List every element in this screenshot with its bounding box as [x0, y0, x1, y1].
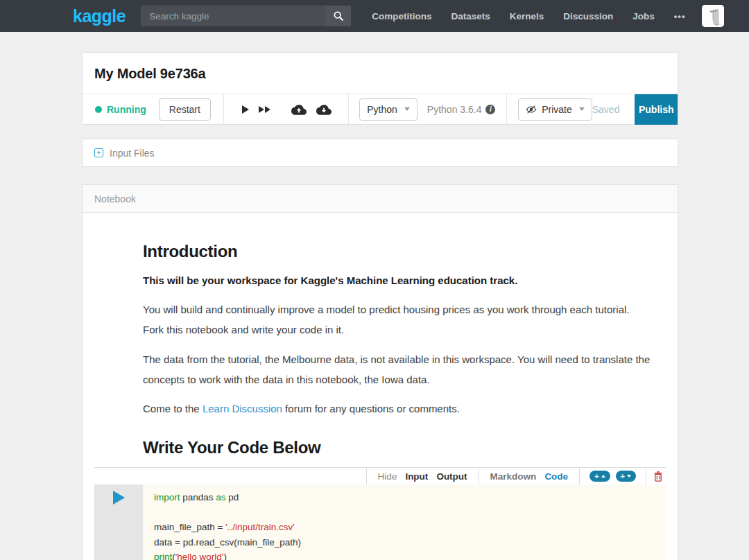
cloud-upload-icon[interactable] — [291, 104, 307, 115]
nav-item-competitions[interactable]: Competitions — [372, 11, 431, 21]
nav-item-discussion[interactable]: Discussion — [563, 11, 613, 21]
arrow-down-icon — [627, 475, 631, 478]
hide-label: Hide — [378, 471, 397, 482]
kernel-header-card: My Model 9e736a Running Restart — [82, 52, 678, 125]
code-token: import — [154, 492, 180, 502]
plus-icon: + — [594, 473, 599, 480]
avatar[interactable] — [702, 5, 724, 27]
input-files-label: Input Files — [110, 148, 155, 159]
add-cell-group: + + — [579, 468, 646, 484]
trash-icon — [653, 471, 663, 482]
paragraph-3-post: forum for any questions or comments. — [282, 403, 460, 414]
restart-button[interactable]: Restart — [159, 98, 211, 121]
toggle-output-button[interactable]: Output — [436, 471, 467, 482]
status-badge: Running — [95, 104, 146, 115]
toggle-input-button[interactable]: Input — [405, 471, 428, 482]
code-mode-button[interactable]: Code — [544, 471, 568, 482]
code-heading: Write Your Code Below — [143, 438, 652, 457]
run-cell-icon[interactable] — [113, 491, 125, 505]
code-line — [154, 505, 659, 520]
intro-paragraph-1: You will build and continually improve a… — [143, 299, 652, 340]
code-editor[interactable]: import pandas as pd main_file_path = '..… — [143, 484, 666, 560]
code-line: data = pd.read_csv(main_file_path) — [154, 535, 659, 550]
chevron-down-icon — [404, 107, 410, 111]
code-token: as — [216, 492, 225, 502]
kaggle-logo[interactable]: kaggle — [73, 6, 126, 26]
arrow-up-icon — [601, 475, 605, 478]
visibility-select[interactable]: Private — [518, 98, 592, 121]
language-select[interactable]: Python — [359, 98, 417, 121]
intro-paragraph-2: The data from the tutorial, the Melbourn… — [143, 349, 652, 390]
search-input[interactable] — [141, 11, 326, 21]
learn-discussion-link[interactable]: Learn Discussion — [203, 403, 282, 414]
nav-more-menu[interactable]: ••• — [674, 11, 686, 21]
language-version: Python 3.6.4 i — [427, 104, 496, 115]
input-files-section[interactable]: + Input Files — [82, 139, 678, 167]
chevron-down-icon — [579, 107, 585, 111]
intro-bold-text: This will be your workspace for Kaggle's… — [143, 274, 652, 286]
code-token: main_file_path = — [154, 522, 225, 532]
toolbar-divider — [223, 94, 224, 124]
code-token: pd — [226, 492, 239, 502]
publish-button[interactable]: Publish — [635, 94, 678, 125]
run-icon[interactable] — [242, 105, 249, 114]
toolbar-divider — [348, 94, 349, 124]
kernel-title: My Model 9e736a — [94, 66, 666, 82]
eye-off-icon — [526, 105, 537, 114]
cloud-download-icon[interactable] — [316, 104, 332, 115]
markdown-mode-button[interactable]: Markdown — [490, 471, 537, 482]
search-box — [141, 6, 351, 26]
code-token: ) — [223, 552, 227, 560]
status-dot-icon — [95, 106, 102, 113]
markdown-block: Introduction This will be your workspace… — [143, 213, 652, 457]
add-cell-below-button[interactable]: + — [616, 471, 636, 482]
cell-gutter — [94, 484, 143, 560]
code-token: pandas — [180, 492, 216, 502]
saved-status: Saved — [592, 104, 620, 115]
nav-item-datasets[interactable]: Datasets — [451, 11, 490, 21]
toolbar-divider — [506, 94, 507, 124]
expand-plus-icon: + — [94, 148, 103, 157]
language-selected-value: Python — [367, 104, 397, 115]
intro-heading: Introduction — [143, 213, 652, 261]
notebook-tab: Notebook — [83, 185, 678, 213]
code-cell: import pandas as pd main_file_path = '..… — [94, 484, 666, 560]
add-cell-above-button[interactable]: + — [589, 471, 610, 482]
cell-type-group: Markdown Code — [479, 468, 580, 484]
code-line: print('hello world') — [154, 550, 659, 560]
nav-item-jobs[interactable]: Jobs — [632, 11, 655, 21]
notebook-tab-label: Notebook — [94, 193, 136, 204]
status-label: Running — [107, 104, 146, 115]
plus-icon: + — [621, 473, 625, 480]
language-version-text: Python 3.6.4 — [427, 104, 482, 115]
cell-toolbar: Hide Input Output Markdown Code + + — [94, 467, 666, 484]
nav-item-kernels[interactable]: Kernels — [510, 11, 544, 21]
nav-links: Competitions Datasets Kernels Discussion… — [372, 11, 702, 21]
code-token: print — [154, 552, 172, 560]
info-icon[interactable]: i — [485, 105, 495, 114]
kernel-toolbar: Running Restart Python — [83, 94, 678, 124]
code-token: 'hello world' — [175, 552, 224, 560]
code-line: import pandas as pd — [154, 490, 659, 505]
code-line: main_file_path = '../input/train.csv' — [154, 520, 659, 535]
top-navbar: kaggle Competitions Datasets Kernels Dis… — [0, 0, 749, 32]
notebook-content: Introduction This will be your workspace… — [83, 213, 678, 560]
title-row: My Model 9e736a — [83, 53, 678, 94]
visibility-toggle-group: Hide Input Output — [366, 468, 479, 484]
kernel-editor: My Model 9e736a Running Restart — [82, 52, 678, 560]
code-token: '../input/train.csv' — [225, 522, 295, 532]
paragraph-3-pre: Come to the — [143, 403, 203, 414]
delete-cell-button[interactable] — [646, 468, 666, 484]
code-token: data = pd.read_csv(main_file_path) — [154, 537, 301, 548]
search-icon[interactable] — [326, 6, 351, 26]
run-all-icon[interactable] — [259, 106, 270, 113]
visibility-selected-value: Private — [542, 104, 572, 115]
notebook-section: Notebook Introduction This will be your … — [82, 184, 678, 560]
intro-paragraph-3: Come to the Learn Discussion forum for a… — [143, 399, 652, 419]
